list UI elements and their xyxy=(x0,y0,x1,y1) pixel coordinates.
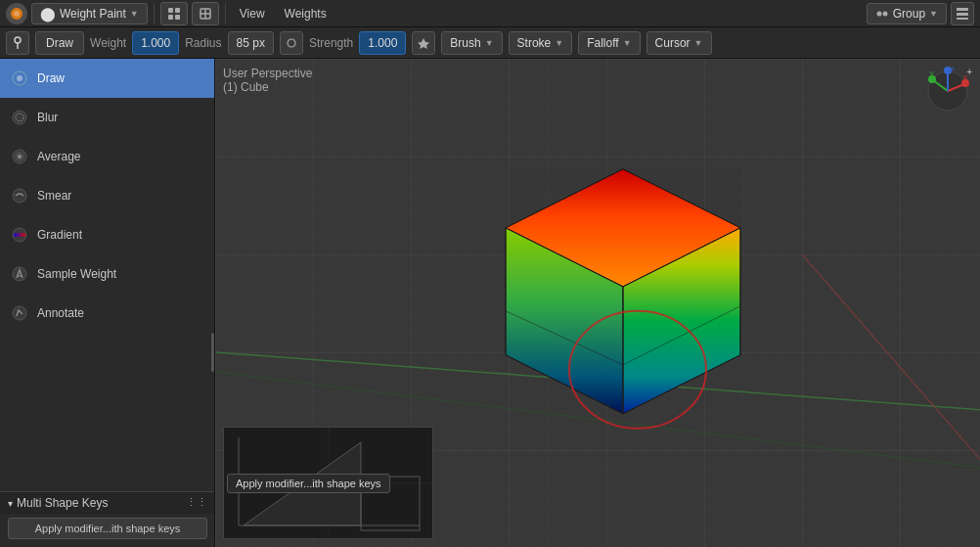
sample-weight-tool-icon xyxy=(10,264,29,284)
radius-field[interactable]: 85 px xyxy=(228,31,274,55)
menu-weights[interactable]: Weights xyxy=(277,5,334,23)
topbar: ⬤ Weight Paint ▼ View Weights Group ▼ xyxy=(0,0,980,27)
draw-tool-label: Draw xyxy=(37,71,65,85)
annotate-tool-label: Annotate xyxy=(37,306,84,320)
svg-point-30 xyxy=(13,306,26,320)
mode-chevron-icon: ▼ xyxy=(130,9,139,19)
gradient-tool-icon xyxy=(10,225,29,245)
svg-rect-11 xyxy=(957,8,968,11)
brush-chevron-icon: ▼ xyxy=(485,38,494,48)
sidebar-item-smear[interactable]: Smear xyxy=(0,176,214,215)
draw-label: Draw xyxy=(46,36,73,50)
svg-point-19 xyxy=(17,75,22,81)
svg-point-1 xyxy=(14,11,20,17)
radius-icon-btn[interactable] xyxy=(280,31,303,55)
brush-icon-btn[interactable] xyxy=(6,31,29,55)
svg-rect-27 xyxy=(14,233,25,237)
weight-value: 1.000 xyxy=(141,36,170,50)
svg-point-16 xyxy=(288,39,295,47)
svg-rect-2 xyxy=(168,8,173,13)
blender-logo xyxy=(6,3,27,24)
sidebar-item-blur[interactable]: Blur xyxy=(0,98,214,137)
sidebar-item-gradient[interactable]: Gradient xyxy=(0,215,214,254)
stroke-chevron-icon: ▼ xyxy=(555,38,563,48)
svg-rect-13 xyxy=(957,18,968,20)
svg-point-20 xyxy=(13,111,26,124)
menu-view[interactable]: View xyxy=(232,5,273,23)
brush-dropdown-label: Brush xyxy=(450,36,480,50)
scrollbar[interactable] xyxy=(211,333,214,372)
sidebar: Draw Blur Average xyxy=(0,59,215,547)
mode-label: Weight Paint xyxy=(60,7,126,21)
svg-marker-17 xyxy=(418,38,429,49)
group-label: Group xyxy=(893,7,925,21)
strength-icon-btn[interactable] xyxy=(412,31,435,55)
smear-tool-label: Smear xyxy=(37,189,71,203)
cube-object xyxy=(496,159,750,435)
sidebar-item-annotate[interactable]: Annotate xyxy=(0,294,214,333)
weight-label: Weight xyxy=(90,36,126,50)
apply-modifier-button[interactable]: Apply modifier...ith shape keys xyxy=(8,518,207,539)
apply-tooltip: Apply modifier...ith shape keys xyxy=(227,474,390,493)
mode-selector[interactable]: ⬤ Weight Paint ▼ xyxy=(31,3,148,24)
stroke-dropdown-label: Stroke xyxy=(517,36,552,50)
sample-weight-tool-label: Sample Weight xyxy=(37,267,116,281)
panel-header[interactable]: ▾ Multi Shape Keys ⋮⋮ xyxy=(0,492,215,514)
average-tool-label: Average xyxy=(37,150,80,163)
sidebar-item-sample-weight[interactable]: Sample Weight xyxy=(0,254,214,294)
svg-rect-4 xyxy=(168,15,173,20)
draw-button[interactable]: Draw xyxy=(35,31,84,55)
icon-btn-2[interactable] xyxy=(192,2,219,25)
separator xyxy=(154,4,155,23)
strength-field[interactable]: 1.000 xyxy=(359,31,406,55)
mode-icon: ⬤ xyxy=(40,6,56,22)
stroke-dropdown[interactable]: Stroke ▼ xyxy=(509,31,573,55)
strength-label: Strength xyxy=(309,36,353,50)
svg-rect-5 xyxy=(175,15,180,20)
falloff-dropdown[interactable]: Falloff ▼ xyxy=(578,31,640,55)
brush-dropdown[interactable]: Brush ▼ xyxy=(441,31,502,55)
viewport[interactable]: User Perspective (1) Cube + xyxy=(215,59,980,547)
header-toolbar: Draw Weight 1.000 Radius 85 px Strength … xyxy=(0,27,980,59)
falloff-dropdown-label: Falloff xyxy=(587,36,618,50)
blur-tool-label: Blur xyxy=(37,111,58,124)
panel-content: Apply modifier...ith shape keys xyxy=(0,514,215,547)
svg-text:X: X xyxy=(962,73,968,82)
icon-btn-1[interactable] xyxy=(160,2,188,25)
annotate-tool-icon xyxy=(10,303,29,323)
svg-point-10 xyxy=(882,11,887,16)
main-area: Draw Blur Average xyxy=(0,59,980,547)
smear-tool-icon xyxy=(10,186,29,205)
svg-rect-3 xyxy=(175,8,180,13)
radius-value: 85 px xyxy=(237,36,265,50)
svg-text:Y: Y xyxy=(929,69,935,78)
topbar-right: Group ▼ xyxy=(867,2,974,25)
svg-point-9 xyxy=(876,11,881,16)
blur-tool-icon xyxy=(10,108,29,127)
falloff-chevron-icon: ▼ xyxy=(623,38,632,48)
panel-options-icon[interactable]: ⋮⋮ xyxy=(186,496,207,509)
cursor-dropdown[interactable]: Cursor ▼ xyxy=(646,31,712,55)
panel-collapse-icon: ▾ xyxy=(8,498,13,509)
cursor-chevron-icon: ▼ xyxy=(694,38,703,48)
strength-value: 1.000 xyxy=(368,36,397,50)
layout-icon-btn[interactable] xyxy=(951,2,974,25)
svg-rect-12 xyxy=(957,13,968,16)
bottom-panel: ▾ Multi Shape Keys ⋮⋮ Apply modifier...i… xyxy=(0,491,215,547)
group-chevron-icon: ▼ xyxy=(929,9,938,19)
separator-2 xyxy=(225,4,226,23)
cursor-dropdown-label: Cursor xyxy=(655,36,690,50)
svg-point-14 xyxy=(15,37,21,43)
tooltip-text: Apply modifier...ith shape keys xyxy=(236,478,381,489)
radius-label: Radius xyxy=(185,36,221,50)
sidebar-item-draw[interactable]: Draw xyxy=(0,59,214,98)
gradient-tool-label: Gradient xyxy=(37,228,82,242)
weight-value-field[interactable]: 1.000 xyxy=(132,31,179,55)
sidebar-item-average[interactable]: Average xyxy=(0,137,214,176)
average-tool-icon xyxy=(10,147,29,166)
group-button[interactable]: Group ▼ xyxy=(867,3,947,24)
svg-point-25 xyxy=(13,189,26,203)
panel-header-label: Multi Shape Keys xyxy=(17,496,108,510)
draw-tool-icon xyxy=(10,68,29,88)
axes-widget: X Y Z xyxy=(923,67,972,118)
